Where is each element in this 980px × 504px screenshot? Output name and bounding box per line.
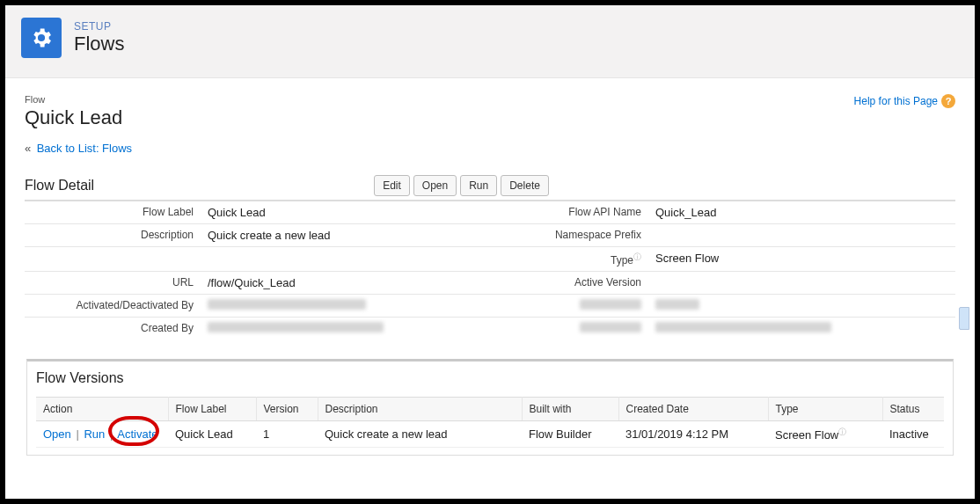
info-icon: ⓘ [838, 427, 846, 436]
label-url: URL [25, 272, 201, 295]
col-flow-label: Flow Label [168, 398, 256, 421]
row-open-link[interactable]: Open [43, 427, 71, 441]
flow-versions-table: Action Flow Label Version Description Bu… [36, 397, 944, 448]
help-link-label: Help for this Page [854, 95, 938, 107]
col-version: Version [256, 398, 318, 421]
cell-status: Inactive [882, 421, 944, 448]
detail-button-row: Edit Open Run Delete [374, 175, 549, 196]
row-run-link[interactable]: Run [84, 427, 105, 441]
separator: | [108, 427, 114, 441]
separator: | [74, 427, 80, 441]
cell-description: Quick create a new lead [318, 421, 522, 448]
help-icon: ? [941, 94, 955, 108]
value-activated-by [201, 295, 508, 318]
run-button[interactable]: Run [460, 175, 497, 196]
edit-button[interactable]: Edit [374, 175, 410, 196]
back-caret-icon: « [25, 142, 31, 155]
flow-detail-table: Flow Label Quick Lead Flow API Name Quic… [25, 200, 955, 340]
gear-icon [21, 18, 62, 58]
row-activate-link[interactable]: Activate [117, 427, 157, 441]
label-api-name: Flow API Name [508, 201, 648, 224]
label-ns-prefix: Namespace Prefix [508, 224, 648, 247]
label-redacted-1 [508, 295, 648, 318]
col-description: Description [318, 398, 522, 421]
table-row: Open | Run | Activate Quick Lead 1 Quick… [36, 421, 944, 448]
header-titles: SETUP Flows [74, 20, 124, 55]
flow-versions-heading: Flow Versions [36, 370, 944, 386]
value-redacted-2 [648, 318, 955, 340]
col-status: Status [882, 398, 944, 421]
cell-version: 1 [256, 421, 318, 448]
value-description: Quick create a new lead [201, 224, 508, 247]
cell-built-with: Flow Builder [522, 421, 618, 448]
col-action: Action [36, 398, 168, 421]
flow-versions-section: Flow Versions Action Flow Label Version … [26, 359, 954, 456]
label-redacted-2 [508, 318, 648, 340]
value-url: /flow/Quick_Lead [201, 272, 508, 295]
value-created-by [201, 318, 508, 340]
object-type-crumb: Flow [25, 94, 122, 105]
page-body: Flow Quick Lead Help for this Page ? « B… [5, 78, 975, 464]
header-page-title: Flows [74, 33, 124, 55]
delete-button[interactable]: Delete [501, 175, 549, 196]
label-created-by: Created By [25, 318, 201, 340]
cell-action: Open | Run | Activate [36, 421, 168, 448]
cell-type: Screen Flowⓘ [768, 421, 882, 448]
value-api-name: Quick_Lead [648, 201, 955, 224]
label-flow-label: Flow Label [25, 201, 201, 224]
label-type: Typeⓘ [508, 247, 648, 272]
col-type: Type [768, 398, 882, 421]
value-type: Screen Flow [648, 247, 955, 272]
value-flow-label: Quick Lead [201, 201, 508, 224]
label-activated-by: Activated/Deactivated By [25, 295, 201, 318]
back-link-row: « Back to List: Flows [25, 140, 955, 156]
col-built-with: Built with [522, 398, 618, 421]
setup-header: SETUP Flows [5, 5, 975, 78]
open-button[interactable]: Open [413, 175, 457, 196]
label-active-version: Active Version [508, 272, 648, 295]
info-icon: ⓘ [633, 252, 641, 261]
col-created-date: Created Date [618, 398, 768, 421]
label-description: Description [25, 224, 201, 247]
cell-flow-label: Quick Lead [168, 421, 256, 448]
flow-detail-heading: Flow Detail [25, 178, 94, 194]
header-setup-label: SETUP [74, 20, 124, 33]
cell-created-date: 31/01/2019 4:12 PM [618, 421, 768, 448]
page-title: Quick Lead [25, 106, 122, 129]
value-active-version [648, 272, 955, 295]
value-redacted-1 [648, 295, 955, 318]
collapse-tab-icon[interactable] [959, 307, 969, 330]
back-to-list-link[interactable]: Back to List: Flows [37, 142, 132, 155]
table-header-row: Action Flow Label Version Description Bu… [36, 398, 944, 421]
value-ns-prefix [648, 224, 955, 247]
help-link[interactable]: Help for this Page ? [854, 94, 955, 108]
